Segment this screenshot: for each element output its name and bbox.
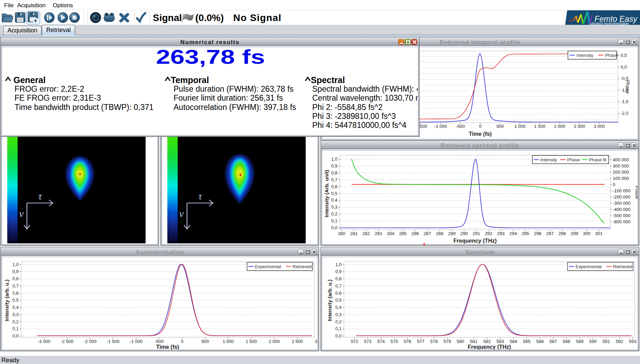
svg-text:281: 281 (350, 231, 358, 236)
svg-text:283: 283 (375, 231, 382, 236)
svg-text:Frequency (THz): Frequency (THz) (453, 238, 496, 244)
svg-text:0,5: 0,5 (335, 297, 342, 303)
svg-text:Intensity (Arb. unit): Intensity (Arb. unit) (324, 170, 329, 218)
svg-text:-1 000: -1 000 (434, 124, 447, 129)
svg-text:0,7: 0,7 (335, 283, 342, 289)
svg-text:1 500: 1 500 (534, 124, 545, 129)
svg-text:572: 572 (351, 339, 358, 344)
svg-text:290: 290 (460, 231, 468, 236)
svg-text:0,4: 0,4 (12, 305, 19, 310)
svg-text:1,0: 1,0 (335, 262, 342, 267)
svg-text:τ: τ (198, 190, 203, 202)
svg-text:287: 287 (424, 231, 431, 236)
svg-text:1 000: 1 000 (223, 339, 234, 344)
svg-text:295: 295 (522, 231, 529, 236)
svg-text:500: 500 (496, 124, 504, 129)
svg-text:293: 293 (497, 231, 505, 236)
svg-text:0,5: 0,5 (331, 191, 337, 196)
svg-text:0: 0 (613, 182, 615, 187)
svg-text:593: 593 (629, 339, 637, 344)
svg-text:3 000: 3 000 (594, 124, 605, 129)
svg-text:0,7: 0,7 (12, 283, 19, 289)
svg-text:298: 298 (559, 231, 566, 236)
svg-text:0,6: 0,6 (331, 184, 337, 189)
svg-text:0,2: 0,2 (331, 211, 337, 216)
svg-text:0,2: 0,2 (12, 319, 19, 324)
svg-text:No Signal: No Signal (233, 12, 282, 23)
svg-text:263,78 fs: 263,78 fs (156, 46, 265, 68)
svg-text:300: 300 (583, 231, 591, 236)
svg-text:296: 296 (534, 231, 541, 236)
svg-text:0,0: 0,0 (621, 64, 627, 70)
svg-text:ν: ν (19, 208, 24, 219)
svg-text:1 000: 1 000 (514, 124, 526, 129)
svg-text:Experimental: Experimental (575, 264, 602, 269)
svg-text:0,5: 0,5 (12, 297, 19, 303)
svg-text:286: 286 (411, 231, 419, 236)
svg-text:578: 578 (430, 339, 438, 344)
svg-text:579: 579 (443, 339, 451, 344)
svg-text:Phase: Phase (567, 157, 580, 162)
svg-text:-2 000: -2 000 (84, 339, 97, 344)
svg-text:Intensity (arb. u.): Intensity (arb. u.) (4, 280, 10, 321)
svg-text:0,9: 0,9 (335, 269, 342, 274)
svg-text:Phase: Phase (605, 53, 618, 58)
svg-text:0,4: 0,4 (335, 305, 342, 310)
svg-text:Time (fs): Time (fs) (156, 344, 179, 350)
svg-text:200 000: 200 000 (613, 170, 629, 175)
svg-text:2 000: 2 000 (554, 124, 565, 129)
svg-text:3 000: 3 000 (315, 339, 317, 344)
svg-text:0,1: 0,1 (12, 326, 19, 331)
svg-text:0,2: 0,2 (335, 319, 342, 324)
svg-text:1,0: 1,0 (12, 262, 19, 267)
svg-text:280: 280 (338, 231, 345, 236)
svg-text:-200 000: -200 000 (613, 194, 630, 200)
svg-text:0,5: 0,5 (621, 53, 627, 58)
svg-text:586: 586 (536, 339, 544, 344)
svg-text:289: 289 (448, 231, 456, 236)
svg-text:583: 583 (496, 339, 504, 344)
svg-text:Time (fs): Time (fs) (469, 131, 492, 137)
svg-text:2 000: 2 000 (269, 339, 280, 344)
svg-text:588: 588 (563, 339, 570, 344)
svg-text:Signal: Signal (153, 12, 182, 23)
svg-text:-400 000: -400 000 (613, 207, 630, 212)
svg-text:Retrieved: Retrieved (613, 264, 632, 269)
svg-text:Phase: Phase (625, 80, 630, 94)
svg-text:0,8: 0,8 (12, 276, 19, 281)
svg-text:587: 587 (550, 339, 557, 344)
svg-text:τ: τ (38, 190, 42, 202)
svg-text:-600 000: -600 000 (613, 219, 630, 224)
svg-text:500: 500 (201, 339, 209, 344)
svg-text:Experimental: Experimental (255, 264, 281, 269)
svg-text:297: 297 (546, 231, 554, 236)
svg-text:ν: ν (179, 208, 184, 219)
svg-text:300 000: 300 000 (613, 163, 629, 169)
svg-text:Intensity: Intensity (577, 53, 593, 58)
svg-text:292: 292 (485, 231, 492, 236)
svg-text:585: 585 (523, 339, 531, 344)
svg-text:-500: -500 (456, 124, 465, 129)
svg-text:0,8: 0,8 (335, 276, 342, 281)
svg-text:576: 576 (404, 339, 411, 344)
svg-text:282: 282 (362, 231, 370, 236)
svg-text:0,0: 0,0 (12, 333, 19, 338)
svg-text:0,0: 0,0 (331, 225, 337, 230)
svg-text:Frequency (THz): Frequency (THz) (468, 344, 511, 350)
svg-text:0,8: 0,8 (331, 170, 337, 175)
svg-text:0,0: 0,0 (335, 333, 342, 338)
svg-text:Phase fit: Phase fit (589, 157, 607, 162)
svg-text:0,6: 0,6 (335, 291, 342, 296)
svg-text:577: 577 (417, 339, 425, 344)
svg-text:100 000: 100 000 (613, 176, 629, 181)
svg-text:Intensity: Intensity (540, 157, 557, 162)
svg-text:0,3: 0,3 (12, 312, 19, 317)
svg-text:-2 500: -2 500 (61, 339, 73, 344)
svg-text:581: 581 (470, 339, 477, 344)
svg-text:-3 000: -3 000 (38, 339, 50, 344)
svg-text:582: 582 (483, 339, 491, 344)
svg-text:-500 000: -500 000 (613, 213, 630, 218)
svg-text:-1,5: -1,5 (621, 99, 628, 104)
svg-text:-1 500: -1 500 (107, 339, 119, 344)
svg-text:301: 301 (595, 231, 603, 236)
